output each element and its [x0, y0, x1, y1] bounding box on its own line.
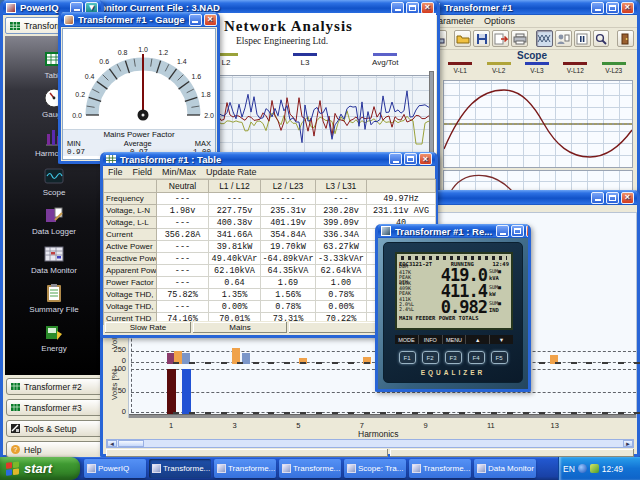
scope-view-button[interactable] [536, 30, 553, 47]
table-titlebar[interactable]: Transformer #1 : Table × [103, 152, 435, 166]
slow-rate-button[interactable]: Slow Rate [105, 322, 191, 333]
close-icon[interactable]: × [419, 153, 432, 165]
table-cell: 49.97Hz [367, 193, 436, 205]
mains-button[interactable]: Mains [193, 322, 287, 333]
taskbar-button-label: Transforme... [163, 464, 210, 473]
transformer3-button[interactable]: Transformer #3 [6, 399, 103, 416]
scrollbar-thumb[interactable] [118, 440, 144, 447]
table-cell: 231.11v AVG [367, 205, 436, 217]
menu-button[interactable]: MENU [443, 335, 467, 344]
app-icon [87, 464, 96, 473]
x-axis-label: Harmonics [358, 429, 399, 439]
table-column-header[interactable]: L1 / L12 [209, 180, 261, 193]
menu-options[interactable]: Options [484, 16, 515, 26]
sidebar-item-summary-file[interactable]: Summary File [9, 282, 99, 314]
minimize-icon[interactable] [389, 153, 402, 165]
minimize-icon[interactable] [591, 2, 604, 14]
open-file-button[interactable] [454, 30, 471, 47]
exit-button[interactable] [617, 30, 634, 47]
sidebar-item-data-monitor[interactable]: Data Monitor [9, 243, 99, 275]
taskbar-button[interactable]: Transforme... [279, 459, 341, 478]
sidebar-item-energy[interactable]: Energy [9, 321, 99, 353]
taskbar-button[interactable]: Data Monitor [474, 459, 536, 478]
save-button[interactable] [473, 30, 490, 47]
minimize-icon[interactable] [391, 2, 404, 14]
scroll-left-icon[interactable]: ◄ [107, 440, 117, 447]
transformer2-button-label: Transformer #2 [24, 382, 82, 392]
maximize-icon[interactable] [606, 192, 619, 204]
nad-scrollbar[interactable] [429, 71, 434, 163]
table-row-label: Voltage, L-N [104, 205, 157, 217]
gauge-window-icon [64, 15, 74, 25]
legend-color-swatch [525, 62, 549, 65]
menu-update-rate[interactable]: Update Rate [206, 167, 257, 177]
equalizer-titlebar[interactable]: Transformer #1 : Re... × [378, 224, 528, 238]
x-tick-label: 3 [233, 421, 237, 430]
table-cell: 235.31v [261, 205, 316, 217]
minimize-icon[interactable] [496, 225, 509, 237]
taskbar-button[interactable]: Scope: Tra... [344, 459, 406, 478]
menu-minmax[interactable]: Min/Max [162, 167, 196, 177]
export-button[interactable] [492, 30, 509, 47]
tray-round-icon[interactable] [578, 464, 587, 473]
info-button[interactable]: INFO [419, 335, 443, 344]
print-button[interactable] [511, 30, 528, 47]
f5-key[interactable]: F5 [491, 351, 508, 364]
language-indicator[interactable]: EN [563, 464, 575, 474]
mode-button[interactable]: MODE [395, 335, 419, 344]
table-column-header[interactable] [104, 180, 157, 193]
sidebar-item-label: Data Monitor [31, 266, 77, 275]
gauge-dial: 0.00.20.40.60.81.01.21.41.61.82.0 [63, 29, 221, 125]
taskbar-button[interactable]: Transforme... [214, 459, 276, 478]
pause-button[interactable] [574, 30, 591, 47]
harmonic-bar [167, 369, 176, 414]
close-icon[interactable]: × [621, 2, 634, 14]
menu-field[interactable]: Field [133, 167, 153, 177]
taskbar-button[interactable]: Transforme... [409, 459, 471, 478]
x-tick-label: 5 [296, 421, 300, 430]
svg-text:2.0: 2.0 [204, 112, 214, 119]
close-icon[interactable]: × [421, 2, 434, 14]
report-button[interactable] [555, 30, 572, 47]
svg-text:1.2: 1.2 [159, 49, 169, 56]
scroll-right-icon[interactable]: ► [623, 440, 633, 447]
maximize-icon[interactable] [404, 153, 417, 165]
minimize-icon[interactable] [189, 14, 202, 26]
scope-titlebar[interactable]: Transformer #1 × [427, 0, 637, 15]
maximize-icon[interactable] [406, 2, 419, 14]
transformer2-button[interactable]: Transformer #2 [6, 378, 103, 395]
f3-key[interactable]: F3 [445, 351, 462, 364]
table-column-header[interactable]: Neutral [157, 180, 209, 193]
sidebar-item-data-logger[interactable]: Data Logger [9, 204, 99, 236]
close-icon[interactable]: × [621, 192, 634, 204]
minimize-icon[interactable] [591, 192, 604, 204]
horizontal-scrollbar[interactable]: ◄ ► [106, 439, 634, 448]
maximize-icon[interactable] [511, 225, 524, 237]
sidebar-item-scope[interactable]: Scope [9, 165, 99, 197]
gauge-titlebar[interactable]: Transformer #1 - Gauge × [61, 12, 217, 27]
legend-item: V-L2 [487, 62, 511, 74]
close-icon[interactable]: × [204, 14, 217, 26]
svg-text:1.4: 1.4 [177, 58, 187, 65]
zoom-button[interactable] [593, 30, 610, 47]
close-icon[interactable]: × [526, 225, 528, 237]
f4-key[interactable]: F4 [468, 351, 485, 364]
tools-setup-button[interactable]: Tools & Setup [6, 420, 103, 437]
table-column-header[interactable]: L2 / L23 [261, 180, 316, 193]
maximize-icon[interactable] [606, 2, 619, 14]
menu-file[interactable]: File [108, 167, 123, 177]
table-column-header[interactable] [367, 180, 436, 193]
start-button[interactable]: start [0, 457, 80, 480]
table-menubar: File Field Min/Max Update Rate [103, 166, 435, 179]
tray-app-icon[interactable] [590, 464, 599, 473]
f2-key[interactable]: F2 [422, 351, 439, 364]
taskbar-button[interactable]: PowerIQ [84, 459, 146, 478]
up-arrow-icon[interactable]: ▲ [466, 335, 490, 344]
table-column-header[interactable]: L3 / L31 [316, 180, 367, 193]
x-tick-label: 9 [423, 421, 427, 430]
taskbar-button[interactable]: Transforme... [149, 459, 211, 478]
f1-key[interactable]: F1 [399, 351, 416, 364]
help-button[interactable]: ? Help [6, 441, 103, 458]
data-logger-icon [43, 204, 65, 226]
down-arrow-icon[interactable]: ▼ [490, 335, 513, 344]
